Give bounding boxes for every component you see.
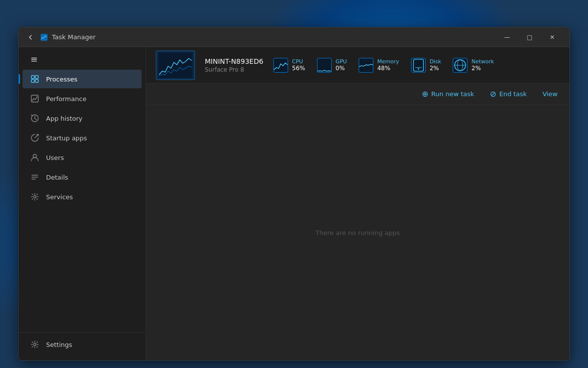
content-panel: MININT-N893ED6 Surface Pro 8 CPU [146,47,569,360]
sidebar-item-settings[interactable]: Settings [23,335,142,354]
cpu-stat-info: CPU 56% [292,58,305,72]
sidebar-label-details: Details [46,174,68,181]
gpu-label: GPU [336,58,347,65]
cpu-chart [273,58,288,73]
stat-memory: Memory 48% [359,58,399,73]
sidebar-item-users[interactable]: Users [23,148,142,167]
network-chart [453,58,467,73]
performance-icon [30,94,39,103]
svg-rect-2 [35,76,38,79]
system-info: MININT-N893ED6 Surface Pro 8 [205,57,264,73]
sidebar-item-performance[interactable]: Performance [23,89,142,108]
gpu-stat-info: GPU 0% [336,58,347,72]
minimize-button[interactable]: — [496,29,518,45]
settings-icon [30,340,39,349]
sidebar-label-users: Users [46,154,64,161]
empty-message: There are no running apps [316,229,400,237]
title-bar: Task Manager — □ ✕ [19,27,569,47]
device-name: MININT-N893ED6 [205,57,264,65]
gpu-value: 0% [336,65,347,72]
cpu-value: 56% [292,65,305,72]
stat-cpu: CPU 56% [273,58,305,73]
cpu-label: CPU [292,58,305,65]
memory-chart [359,58,373,73]
disk-chart [411,58,426,73]
sidebar: ≡ Processes [19,47,146,360]
device-model: Surface Pro 8 [205,66,264,73]
app-history-icon [30,114,39,123]
svg-rect-3 [31,79,34,82]
disk-stat-info: Disk 2% [430,58,441,72]
back-button[interactable] [24,31,36,43]
sidebar-item-startup-apps[interactable]: Startup apps [23,129,142,147]
gpu-chart [317,58,332,73]
svg-point-12 [34,196,36,198]
sidebar-label-processes: Processes [46,76,77,83]
svg-rect-1 [31,76,34,79]
title-bar-left: Task Manager [24,31,496,43]
memory-stat-info: Memory 48% [377,58,399,72]
menu-toggle-button[interactable]: ≡ [23,51,46,67]
view-label: View [542,90,558,98]
startup-icon [30,133,39,142]
window-controls: — □ ✕ [496,29,564,45]
memory-label: Memory [377,58,399,65]
services-icon [30,192,39,201]
close-button[interactable]: ✕ [541,29,564,45]
end-task-button[interactable]: ⊘ End task [486,87,531,101]
run-new-task-label: Run new task [431,90,474,98]
sidebar-item-details[interactable]: Details [23,168,142,186]
sidebar-item-services[interactable]: Services [23,187,142,206]
view-button[interactable]: View [539,88,562,100]
run-new-task-icon: ⊕ [422,89,428,99]
stats-container: CPU 56% GPU 0% [273,58,560,73]
disk-value: 2% [430,65,441,72]
svg-point-17 [417,68,419,70]
task-manager-window: Task Manager — □ ✕ ≡ [18,27,570,361]
svg-rect-4 [35,79,38,82]
end-task-label: End task [499,90,527,98]
sidebar-item-app-history[interactable]: App history [23,109,142,128]
main-content: ≡ Processes [19,47,569,360]
sidebar-label-performance: Performance [46,95,86,103]
end-task-icon: ⊘ [490,89,496,99]
stat-disk: Disk 2% [411,58,441,73]
empty-state: There are no running apps [146,105,569,360]
svg-line-7 [35,134,38,138]
taskmanager-icon [40,33,48,41]
sidebar-label-settings: Settings [46,341,72,348]
window-title: Task Manager [52,33,96,41]
sidebar-label-services: Services [46,193,73,201]
users-icon [30,153,39,162]
network-label: Network [471,58,494,65]
run-new-task-button[interactable]: ⊕ Run new task [418,87,478,101]
sidebar-label-startup-apps: Startup apps [46,134,87,142]
svg-point-13 [34,343,36,346]
network-stat-info: Network 2% [471,58,494,72]
maximize-button[interactable]: □ [518,29,541,45]
stat-network: Network 2% [453,58,494,73]
network-value: 2% [471,65,494,72]
processes-icon [30,75,39,83]
system-thumbnail [156,51,195,80]
stat-gpu: GPU 0% [317,58,347,73]
sidebar-bottom: Settings [19,332,146,356]
header-bar: MININT-N893ED6 Surface Pro 8 CPU [146,47,569,83]
svg-rect-14 [158,53,193,78]
toolbar: ⊕ Run new task ⊘ End task View [146,83,569,105]
memory-value: 48% [377,65,399,72]
sidebar-label-app-history: App history [46,115,82,122]
sidebar-item-processes[interactable]: Processes [23,70,142,88]
details-icon [30,173,39,182]
svg-rect-5 [31,95,38,102]
disk-label: Disk [430,58,441,65]
